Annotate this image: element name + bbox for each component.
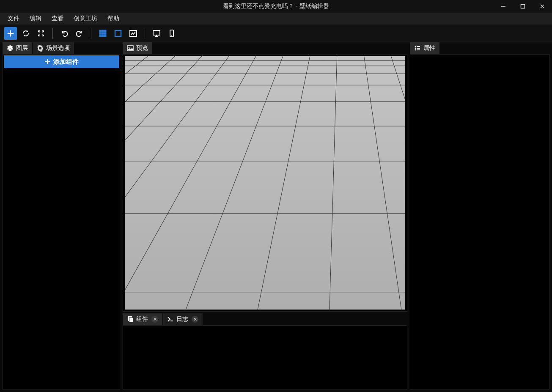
preview-panel: 预览 bbox=[123, 42, 407, 312]
tool-expand-button[interactable] bbox=[35, 27, 47, 40]
tab-components-label: 组件 bbox=[136, 315, 148, 323]
svg-rect-10 bbox=[99, 35, 102, 37]
menu-view[interactable]: 查看 bbox=[47, 13, 69, 25]
svg-point-48 bbox=[415, 48, 416, 49]
window-controls bbox=[494, 0, 552, 13]
terminal-icon bbox=[167, 316, 174, 323]
toolbar-separator bbox=[145, 28, 145, 39]
svg-rect-1 bbox=[521, 5, 525, 8]
preview-body bbox=[123, 54, 407, 312]
menu-workshop[interactable]: 创意工坊 bbox=[69, 13, 102, 25]
bounds-icon bbox=[114, 29, 122, 38]
undo-icon bbox=[60, 29, 69, 38]
tab-properties-label: 属性 bbox=[423, 44, 435, 52]
tab-preview[interactable]: 预览 bbox=[123, 42, 153, 54]
svg-point-19 bbox=[171, 35, 172, 36]
bottom-panel-body bbox=[123, 325, 407, 389]
svg-point-21 bbox=[129, 47, 130, 48]
monitor-icon bbox=[152, 29, 161, 38]
grid-icon bbox=[99, 29, 107, 38]
maximize-button[interactable] bbox=[513, 0, 533, 13]
svg-rect-47 bbox=[417, 46, 420, 47]
svg-point-50 bbox=[415, 49, 416, 51]
layers-panel-body: 添加组件 bbox=[3, 54, 120, 389]
tab-log-label: 日志 bbox=[176, 315, 188, 323]
svg-rect-44 bbox=[129, 318, 133, 322]
tool-move-button[interactable] bbox=[4, 27, 17, 40]
close-button[interactable] bbox=[533, 0, 552, 13]
preview-viewport[interactable] bbox=[125, 56, 405, 310]
svg-rect-13 bbox=[115, 30, 121, 36]
toolbar-separator bbox=[52, 28, 53, 39]
tool-undo-button[interactable] bbox=[58, 27, 71, 40]
left-panel-tabs: 图层 场景选项 bbox=[3, 42, 120, 54]
tool-stats-button[interactable] bbox=[127, 27, 140, 40]
add-component-button[interactable]: 添加组件 bbox=[4, 55, 119, 68]
tool-refresh-button[interactable] bbox=[19, 27, 32, 40]
tool-monitor-button[interactable] bbox=[150, 27, 163, 40]
tool-redo-button[interactable] bbox=[73, 27, 86, 40]
tool-bounds-button[interactable] bbox=[112, 27, 124, 40]
svg-rect-12 bbox=[104, 35, 107, 37]
menu-help[interactable]: 帮助 bbox=[102, 13, 124, 25]
right-panel-tabs: 属性 bbox=[410, 42, 549, 54]
tab-layers[interactable]: 图层 bbox=[3, 42, 33, 54]
titlebar: 看到这里还不点赞充电吗？ - 壁纸编辑器 bbox=[0, 0, 552, 13]
tab-layers-label: 图层 bbox=[16, 44, 28, 52]
refresh-icon bbox=[22, 29, 30, 38]
grid-floor bbox=[125, 56, 405, 310]
left-panel: 图层 场景选项 添加组件 bbox=[3, 42, 120, 389]
plus-icon bbox=[44, 58, 51, 65]
menu-edit[interactable]: 编辑 bbox=[25, 13, 47, 25]
minimize-icon bbox=[500, 3, 507, 10]
svg-rect-49 bbox=[417, 48, 420, 49]
layers-icon bbox=[7, 45, 14, 52]
tab-scene-options[interactable]: 场景选项 bbox=[33, 42, 74, 54]
toolbar-separator bbox=[91, 28, 91, 39]
menu-file[interactable]: 文件 bbox=[3, 13, 25, 25]
tab-components[interactable]: 组件 ✕ bbox=[123, 313, 163, 325]
svg-rect-5 bbox=[102, 30, 104, 32]
tool-phone-button[interactable] bbox=[165, 27, 178, 40]
svg-rect-51 bbox=[417, 49, 420, 50]
right-panel: 属性 bbox=[410, 42, 549, 389]
tool-grid-button[interactable] bbox=[96, 27, 109, 40]
bottom-panel-tabs: 组件 ✕ 日志 ✕ bbox=[123, 313, 407, 325]
svg-rect-15 bbox=[153, 30, 160, 35]
window-title: 看到这里还不点赞充电吗？ - 壁纸编辑器 bbox=[223, 3, 329, 10]
svg-rect-9 bbox=[104, 32, 107, 34]
bottom-panel: 组件 ✕ 日志 ✕ bbox=[123, 313, 407, 389]
tab-properties[interactable]: 属性 bbox=[410, 42, 440, 54]
stats-icon bbox=[129, 29, 137, 38]
phone-icon bbox=[168, 29, 176, 38]
preview-tabs: 预览 bbox=[123, 42, 407, 54]
close-icon bbox=[539, 3, 546, 10]
move-icon bbox=[6, 29, 15, 38]
add-component-label: 添加组件 bbox=[53, 58, 79, 66]
tab-preview-label: 预览 bbox=[136, 44, 148, 52]
image-icon bbox=[127, 45, 134, 52]
properties-panel-body bbox=[410, 54, 549, 389]
svg-rect-4 bbox=[99, 30, 102, 32]
tab-log-close[interactable]: ✕ bbox=[192, 316, 198, 323]
gear-icon bbox=[37, 45, 44, 52]
redo-icon bbox=[75, 29, 84, 38]
svg-rect-6 bbox=[104, 30, 107, 32]
maximize-icon bbox=[519, 3, 526, 10]
copy-icon bbox=[127, 316, 134, 323]
menubar: 文件 编辑 查看 创意工坊 帮助 bbox=[0, 13, 552, 25]
svg-rect-11 bbox=[102, 35, 104, 37]
list-icon bbox=[414, 45, 421, 52]
workspace: 图层 场景选项 添加组件 预览 bbox=[0, 42, 552, 392]
toolbar bbox=[0, 25, 552, 42]
tab-scene-options-label: 场景选项 bbox=[46, 44, 70, 52]
minimize-button[interactable] bbox=[494, 0, 513, 13]
expand-icon bbox=[37, 29, 45, 38]
svg-point-46 bbox=[415, 46, 416, 47]
center-column: 预览 bbox=[123, 42, 407, 389]
tab-log[interactable]: 日志 ✕ bbox=[163, 313, 203, 325]
svg-rect-8 bbox=[102, 32, 104, 34]
tab-components-close[interactable]: ✕ bbox=[151, 316, 158, 323]
svg-rect-7 bbox=[99, 32, 102, 34]
